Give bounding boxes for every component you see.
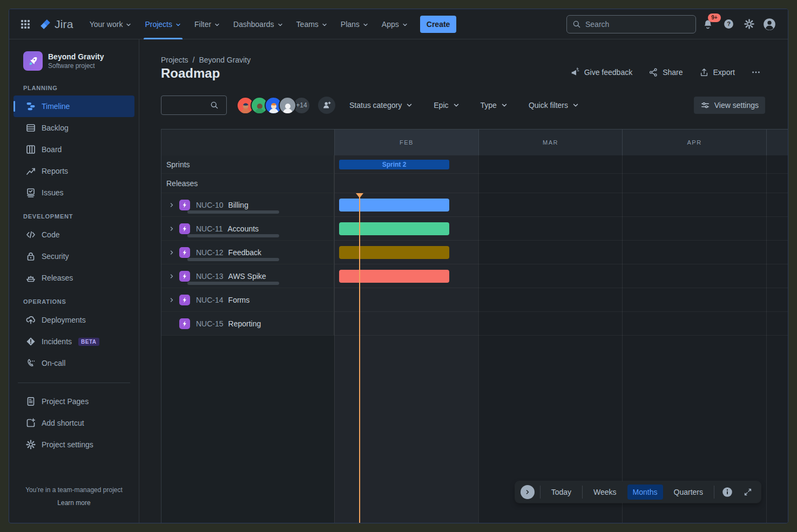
breadcrumb-projects[interactable]: Projects <box>161 56 188 64</box>
project-header[interactable]: Beyond Gravity Software project <box>9 51 139 71</box>
global-search[interactable] <box>566 15 696 33</box>
share-button[interactable]: Share <box>649 67 683 77</box>
nav-projects[interactable]: Projects <box>138 9 188 39</box>
phone-icon <box>25 358 36 369</box>
nav-apps[interactable]: Apps <box>375 9 415 39</box>
month-header-partial <box>766 129 788 155</box>
timeline-info-button[interactable] <box>720 485 735 500</box>
sidebar-item-project-settings[interactable]: Project settings <box>13 434 134 455</box>
sidebar-item-reports[interactable]: Reports <box>13 160 134 182</box>
sidebar-item-releases[interactable]: Releases <box>13 267 134 289</box>
quick-filters-dropdown[interactable]: Quick filters <box>529 101 579 110</box>
settings-button[interactable] <box>740 16 758 33</box>
chevron-down-icon <box>452 101 460 109</box>
avatar[interactable] <box>279 97 296 114</box>
filter-bar: +14 Status category Epic Type Quick filt… <box>161 96 765 115</box>
epic-timeline-bar[interactable] <box>339 199 449 212</box>
nav-dashboards[interactable]: Dashboards <box>227 9 290 39</box>
profile-button[interactable] <box>761 16 778 33</box>
sidebar-item-backlog[interactable]: Backlog <box>13 117 134 139</box>
nav-filter[interactable]: Filter <box>188 9 227 39</box>
quarters-button[interactable]: Quarters <box>668 485 708 500</box>
sprints-label-cell: Sprints <box>161 155 334 173</box>
epic-icon <box>179 200 190 210</box>
epic-row-nuc-10[interactable]: NUC-10 Billing <box>161 193 788 217</box>
month-header-apr: APR <box>622 129 766 155</box>
add-shortcut-icon <box>25 418 36 428</box>
project-sidebar: Beyond Gravity Software project PLANNING… <box>9 39 139 523</box>
status-category-dropdown[interactable]: Status category <box>349 101 413 110</box>
epic-row-nuc-13[interactable]: NUC-13 AWS Spike <box>161 264 788 288</box>
app-switcher-button[interactable] <box>17 16 34 33</box>
view-settings-button[interactable]: View settings <box>694 97 765 114</box>
add-people-button[interactable] <box>318 97 335 114</box>
chevron-down-icon <box>321 22 328 28</box>
more-actions-button[interactable] <box>751 67 761 77</box>
epic-row-nuc-15[interactable]: NUC-15 Reporting <box>161 312 788 336</box>
export-button[interactable]: Export <box>699 67 735 77</box>
expand-chevron-icon[interactable] <box>167 297 176 303</box>
epic-icon <box>179 247 190 258</box>
months-button[interactable]: Months <box>627 485 663 500</box>
sidebar-item-project-pages[interactable]: Project Pages <box>13 391 134 412</box>
create-button[interactable]: Create <box>420 16 457 33</box>
search-icon <box>210 101 219 110</box>
names-column-header <box>161 129 334 155</box>
grid-icon <box>20 19 31 30</box>
expand-chevron-icon[interactable] <box>167 249 176 256</box>
epic-row-nuc-12[interactable]: NUC-12 Feedback <box>161 241 788 264</box>
expand-chevron-icon[interactable] <box>167 202 176 208</box>
today-button[interactable]: Today <box>546 485 577 500</box>
global-search-input[interactable] <box>585 20 690 29</box>
epic-timeline-bar[interactable] <box>339 270 449 283</box>
breadcrumb-project-name[interactable]: Beyond Gravity <box>199 56 251 64</box>
sidebar-item-issues[interactable]: Issues <box>13 182 134 203</box>
ship-icon <box>25 272 36 283</box>
weeks-button[interactable]: Weeks <box>588 485 622 500</box>
epic-row-nuc-14[interactable]: NUC-14 Forms <box>161 288 788 312</box>
nav-teams[interactable]: Teams <box>290 9 334 39</box>
gear-icon <box>25 439 36 450</box>
avatar-group: +14 <box>237 97 310 114</box>
epic-timeline-bar[interactable] <box>339 222 449 235</box>
sidebar-item-on-call[interactable]: On-call <box>13 352 134 374</box>
epic-name-cell: NUC-15 Reporting <box>161 312 334 335</box>
top-nav: Jira Your work Projects Filter Dashboard… <box>9 9 788 39</box>
sidebar-item-deployments[interactable]: Deployments <box>13 309 134 331</box>
gear-icon <box>744 18 755 30</box>
epic-dropdown[interactable]: Epic <box>434 101 460 110</box>
sidebar-item-board[interactable]: Board <box>13 139 134 160</box>
month-header-mar: MAR <box>478 129 622 155</box>
project-avatar <box>23 51 43 71</box>
epic-name: AWS Spike <box>228 272 266 281</box>
fullscreen-button[interactable] <box>740 485 755 500</box>
timeline-search-input[interactable] <box>167 101 210 110</box>
toolbar-divider <box>714 486 714 499</box>
epic-row-nuc-11[interactable]: NUC-11 Accounts <box>161 217 788 241</box>
expand-chevron-icon[interactable] <box>167 273 176 279</box>
header-actions: Give feedback Share Export <box>570 67 761 77</box>
epic-timeline-bar[interactable] <box>339 246 449 259</box>
sprint-bar[interactable]: Sprint 2 <box>339 160 449 169</box>
epic-name: Reporting <box>228 319 261 328</box>
expand-chevron-icon[interactable] <box>167 226 176 232</box>
sidebar-item-timeline[interactable]: Timeline <box>13 96 134 117</box>
collapse-panel-button[interactable] <box>521 485 535 499</box>
nav-your-work[interactable]: Your work <box>83 9 139 39</box>
learn-more-link[interactable]: Learn more <box>9 499 139 507</box>
sidebar-item-security[interactable]: Security <box>13 245 134 267</box>
expand-icon <box>743 487 753 497</box>
chevron-down-icon <box>277 22 283 28</box>
help-button[interactable]: ? <box>720 16 737 33</box>
nav-plans[interactable]: Plans <box>334 9 375 39</box>
timeline-search[interactable] <box>161 96 227 115</box>
type-dropdown[interactable]: Type <box>481 101 508 110</box>
main-content: Projects / Beyond Gravity Roadmap Give f… <box>139 39 788 523</box>
notifications-button[interactable]: 9+ <box>699 16 717 33</box>
sidebar-item-code[interactable]: Code <box>13 224 134 245</box>
sidebar-item-incidents[interactable]: Incidents BETA <box>13 331 134 352</box>
jira-logo[interactable]: Jira <box>39 18 73 31</box>
give-feedback-button[interactable]: Give feedback <box>570 67 633 77</box>
toolbar-divider <box>540 486 541 499</box>
sidebar-item-add-shortcut[interactable]: Add shortcut <box>13 412 134 434</box>
